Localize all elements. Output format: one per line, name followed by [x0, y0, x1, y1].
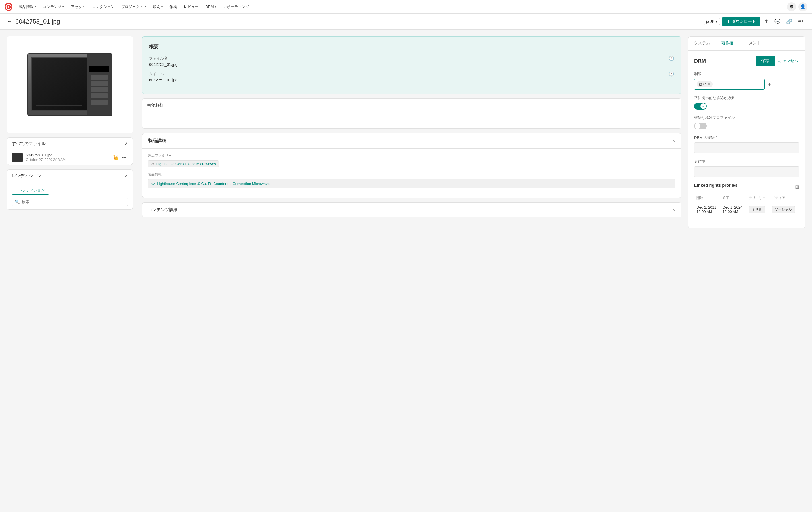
tab-comments[interactable]: コメント [739, 37, 766, 50]
files-title: すべてのファイル [12, 141, 46, 146]
link-button[interactable]: 🔗 [784, 17, 794, 26]
always-explicit-toggle-row [694, 103, 799, 110]
history-icon-2[interactable]: 🕐 [669, 71, 674, 77]
restriction-field: 制限 はい ✕ + [694, 71, 799, 90]
always-explicit-toggle[interactable] [694, 103, 707, 110]
save-button[interactable]: 保存 [755, 56, 775, 66]
analysis-header: 画像解析 [142, 99, 681, 111]
restriction-text-input[interactable] [714, 82, 762, 87]
drm-title: DRM [694, 58, 706, 64]
product-family-tag[interactable]: <> Lighthouse Centerpiece Microwaves [148, 160, 219, 168]
download-button[interactable]: ⬇ ダウンロード [722, 17, 760, 26]
tab-copyright[interactable]: 著作権 [716, 37, 739, 50]
renditions-body: + レンディション 🔍 [7, 182, 133, 209]
restriction-label: 制限 [694, 71, 799, 77]
nav-print[interactable]: 印刷 ▾ [150, 3, 166, 11]
chevron-down-icon: ▾ [62, 5, 64, 8]
language-selector[interactable]: ja-JP ▾ [703, 18, 720, 25]
filename-value: 6042753_01.jpg [149, 62, 674, 67]
settings-button[interactable]: ⚙ [787, 2, 796, 11]
nav-projects[interactable]: プロジェクト ▾ [118, 3, 149, 11]
add-restriction-button[interactable]: + [768, 81, 772, 88]
chevron-down-icon: ▾ [35, 5, 36, 8]
nav-contents[interactable]: コンテンツ ▾ [40, 3, 67, 11]
nav-assets[interactable]: アセット [68, 3, 88, 11]
app-logo[interactable] [4, 3, 12, 11]
profiles-table: 開始 終了 テリトリー メディア Dec 1, 202112:00 AM Dec… [694, 194, 799, 217]
nav-collections[interactable]: コレクション [89, 3, 117, 11]
row-territory: 全世界 [747, 202, 770, 217]
user-avatar[interactable]: 👤 [799, 2, 808, 11]
search-icon: 🔍 [15, 200, 20, 204]
product-details-content: 製品ファミリー <> Lighthouse Centerpiece Microw… [142, 149, 681, 198]
renditions-title: レンディション [12, 173, 41, 179]
filename-field: ファイル名 🕐 6042753_01.jpg [149, 56, 674, 67]
toggle-knob-2 [695, 123, 700, 129]
drm-actions: 保存 キャンセル [755, 56, 799, 66]
product-details-collapse-button[interactable]: ∧ [672, 138, 675, 144]
files-collapse-button[interactable]: ∧ [125, 141, 128, 146]
left-panel: すべてのファイル ∧ 6042753_01.jpg October 27, 20… [7, 36, 138, 210]
history-icon[interactable]: 🕐 [669, 56, 674, 61]
product-info-label: 製品情報 [148, 172, 675, 177]
panel-btn-2 [91, 81, 108, 86]
file-thumbnail [12, 153, 23, 162]
panel-btn-5 [91, 100, 108, 105]
back-button[interactable]: ← [7, 19, 12, 24]
product-info-tag[interactable]: <> Lighthouse Centerpiece .9 Cu. Ft. Cou… [148, 179, 675, 188]
remove-tag-button[interactable]: ✕ [707, 82, 710, 86]
always-explicit-label: 常に明示的な承認が必要 [694, 95, 799, 100]
tab-system[interactable]: システム [689, 37, 716, 50]
file-item: 6042753_01.jpg October 27, 2020 2:18 AM … [7, 150, 133, 164]
toggle-knob [700, 103, 706, 109]
col-territory: テリトリー [747, 194, 770, 202]
code-icon-2: <> [151, 182, 155, 186]
linked-profiles-section: Linked rights profiles ⊞ 開始 終了 テリトリー メディ… [694, 183, 799, 217]
complex-rights-toggle[interactable] [694, 123, 707, 129]
microwave-panel [87, 54, 112, 116]
always-explicit-field: 常に明示的な承認が必要 [694, 95, 799, 110]
code-icon: <> [151, 162, 155, 166]
filename-label: ファイル名 🕐 [149, 56, 674, 61]
file-more-button[interactable]: ••• [120, 154, 128, 161]
product-details-header: 製品詳細 ∧ [142, 133, 681, 149]
product-family-label: 製品ファミリー [148, 153, 675, 158]
nav-drm[interactable]: DRM ▾ [202, 3, 219, 10]
table-row: Dec 1, 202112:00 AM Dec 1, 202412:00 AM … [694, 202, 799, 217]
title-value: 6042753_01.jpg [149, 78, 674, 82]
cancel-button[interactable]: キャンセル [777, 56, 799, 66]
product-family-group: 製品ファミリー <> Lighthouse Centerpiece Microw… [148, 153, 675, 168]
comment-button[interactable]: 💬 [773, 17, 782, 26]
microwave-image [27, 53, 112, 116]
upload-button[interactable]: ⬆ [762, 17, 770, 26]
territory-badge: 全世界 [749, 206, 765, 213]
nav-create[interactable]: 作成 [167, 3, 180, 11]
overview-title: 概要 [149, 43, 674, 50]
restriction-input-container: はい ✕ [694, 79, 764, 90]
content-details-title: コンテンツ詳細 [148, 207, 178, 213]
asset-preview [7, 36, 133, 133]
restriction-tag: はい ✕ [697, 81, 713, 87]
add-rendition-button[interactable]: + レンディション [12, 186, 49, 195]
row-end: Dec 1, 202412:00 AM [720, 202, 747, 217]
center-panel: 概要 ファイル名 🕐 6042753_01.jpg タイトル 🕐 6042753… [138, 36, 686, 217]
file-actions: 👑 ••• [113, 154, 128, 161]
title-label: タイトル 🕐 [149, 71, 674, 77]
files-section: すべてのファイル ∧ 6042753_01.jpg October 27, 20… [7, 138, 133, 165]
file-info: 6042753_01.jpg October 27, 2020 2:18 AM [26, 153, 110, 162]
content-details-collapse-button[interactable]: ∧ [672, 207, 675, 213]
renditions-collapse-button[interactable]: ∧ [125, 173, 128, 179]
nav-reporting[interactable]: レポーティング [220, 3, 252, 11]
file-date: October 27, 2020 2:18 AM [26, 158, 110, 162]
title-field: タイトル 🕐 6042753_01.jpg [149, 71, 674, 82]
drm-complexity-field: DRM の複雑さ [694, 135, 799, 153]
download-icon: ⬇ [727, 19, 730, 24]
more-options-button[interactable]: ••• [796, 17, 805, 26]
rendition-search-input[interactable] [22, 200, 125, 204]
grid-icon[interactable]: ⊞ [795, 184, 799, 190]
nav-review[interactable]: レビュー [181, 3, 201, 11]
panel-btn-1 [91, 74, 108, 80]
right-panel-content: DRM 保存 キャンセル 制限 はい ✕ + [689, 51, 805, 228]
nav-product-info[interactable]: 製品情報 ▾ [16, 3, 39, 11]
analysis-title: 画像解析 [147, 102, 164, 108]
